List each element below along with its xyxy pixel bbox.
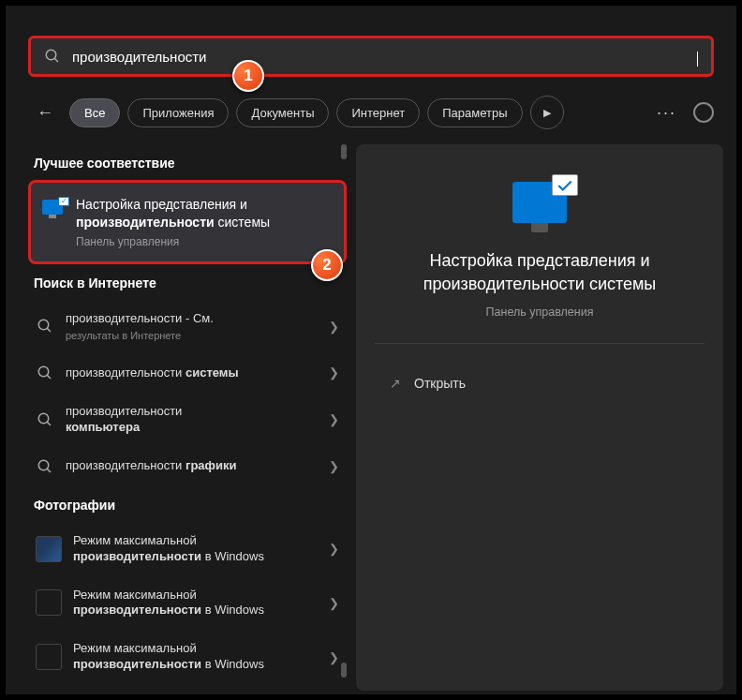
web-result[interactable]: производительностикомпьютера ❯	[28, 393, 347, 447]
svg-line-7	[47, 422, 51, 425]
chevron-right-icon: ❯	[329, 459, 339, 473]
open-button[interactable]: ↗ Открыть	[375, 368, 705, 398]
chevron-right-icon: ❯	[329, 320, 339, 334]
svg-point-0	[46, 50, 56, 60]
annotation-marker-2: 2	[311, 249, 343, 281]
photo-result-text: Режим максимальнойпроизводительности в W…	[73, 588, 318, 619]
arrow-left-icon: ←	[37, 103, 53, 123]
photo-result-text: Режим максимальнойпроизводительности в W…	[73, 533, 318, 565]
chevron-right-icon: ❯	[329, 542, 339, 556]
best-match-item[interactable]: ✓ Настройка представления и производител…	[28, 180, 347, 264]
web-result-text: производительности графики	[66, 458, 318, 474]
play-icon: ▶	[543, 107, 551, 119]
web-result[interactable]: производительности графики ❯	[28, 447, 347, 486]
photo-thumb-icon	[36, 536, 62, 562]
filter-docs[interactable]: Документы	[236, 98, 329, 127]
results-column: Лучшее соответствие ✓ Настройка представ…	[28, 144, 347, 691]
best-match-subtitle: Панель управления	[76, 235, 333, 248]
filter-web[interactable]: Интернет	[336, 98, 420, 127]
chevron-right-icon: ❯	[329, 412, 339, 426]
photo-thumb-icon	[36, 589, 62, 616]
chevron-right-icon: ❯	[329, 596, 339, 610]
svg-line-9	[47, 469, 51, 472]
scroll-down-icon[interactable]	[341, 663, 347, 678]
svg-line-5	[47, 375, 51, 379]
search-icon	[37, 365, 53, 381]
chevron-right-icon: ❯	[329, 365, 339, 380]
photo-result[interactable]: Режим максимальнойпроизводительности в W…	[28, 522, 347, 576]
photo-result-text: Режим максимальнойпроизводительности в W…	[73, 641, 318, 673]
svg-point-6	[38, 413, 49, 424]
svg-point-8	[38, 460, 49, 470]
web-result-text: производительности - См.результаты в Инт…	[66, 311, 318, 342]
preview-title: Настройка представления и производительн…	[375, 249, 705, 296]
divider	[375, 343, 705, 344]
svg-line-1	[54, 58, 58, 62]
photo-thumb-icon	[36, 644, 62, 670]
search-input[interactable]: производительности	[72, 49, 690, 65]
web-result-text: производительности системы	[66, 365, 318, 381]
account-circle[interactable]	[693, 102, 714, 123]
search-icon	[37, 458, 53, 475]
performance-options-icon-large	[512, 182, 567, 223]
search-icon	[37, 318, 53, 335]
back-button[interactable]: ←	[28, 96, 62, 129]
svg-line-3	[47, 329, 51, 333]
preview-subtitle: Панель управления	[375, 305, 705, 319]
svg-point-4	[38, 366, 49, 377]
web-result[interactable]: производительности системы ❯	[28, 353, 347, 393]
annotation-marker-1: 1	[232, 60, 264, 92]
more-filters-button[interactable]: ▶	[530, 96, 564, 129]
section-web-search: Поиск в Интернете	[28, 264, 347, 300]
photo-result[interactable]: Режим максимальнойпроизводительности в W…	[28, 576, 347, 631]
text-caret	[697, 52, 698, 67]
search-icon	[37, 411, 53, 428]
filter-all[interactable]: Все	[69, 98, 120, 127]
search-bar[interactable]: производительности	[28, 36, 714, 77]
best-match-title: Настройка представления и производительн…	[76, 196, 333, 231]
performance-options-icon: ✓	[42, 200, 67, 222]
filter-settings[interactable]: Параметры	[427, 98, 522, 127]
web-result-text: производительностикомпьютера	[66, 404, 318, 436]
svg-point-2	[38, 320, 49, 331]
overflow-menu[interactable]: ···	[651, 99, 682, 127]
preview-pane: Настройка представления и производительн…	[356, 144, 723, 691]
photo-result[interactable]: Режим максимальнойпроизводительности в W…	[28, 630, 347, 684]
scroll-up-icon[interactable]	[341, 144, 347, 159]
search-icon	[44, 48, 61, 65]
filter-row: ← Все Приложения Документы Интернет Пара…	[6, 92, 736, 144]
section-photos: Фотографии	[28, 486, 347, 522]
chevron-right-icon: ❯	[329, 650, 339, 664]
filter-apps[interactable]: Приложения	[127, 98, 229, 127]
open-external-icon: ↗	[390, 376, 401, 391]
section-best-match: Лучшее соответствие	[28, 144, 347, 180]
web-result[interactable]: производительности - См.результаты в Инт…	[28, 300, 347, 353]
open-label: Открыть	[414, 376, 466, 391]
